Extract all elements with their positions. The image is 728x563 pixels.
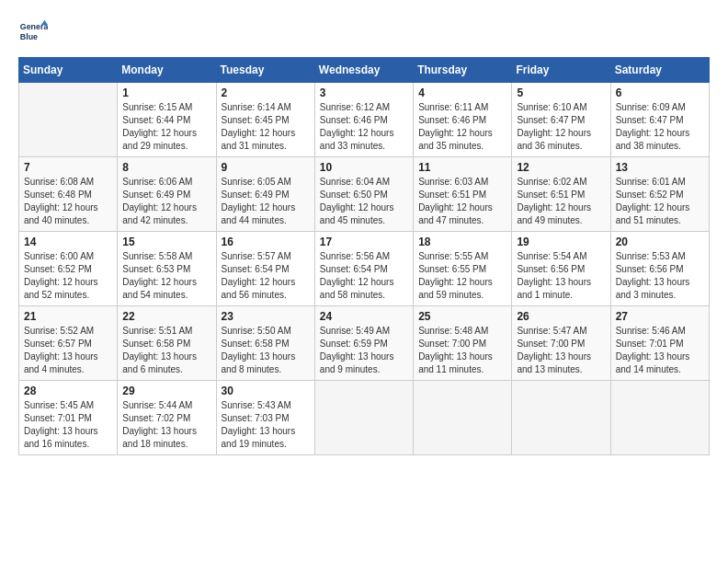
calendar-cell	[414, 381, 512, 455]
calendar-header-row: SundayMondayTuesdayWednesdayThursdayFrid…	[19, 58, 710, 83]
day-info: Sunrise: 6:01 AMSunset: 6:52 PMDaylight:…	[616, 176, 704, 227]
calendar-cell: 23Sunrise: 5:50 AMSunset: 6:58 PMDayligh…	[216, 306, 314, 381]
logo: General Blue	[18, 18, 51, 48]
day-info: Sunrise: 5:53 AMSunset: 6:56 PMDaylight:…	[616, 250, 704, 302]
calendar-cell: 26Sunrise: 5:47 AMSunset: 7:00 PMDayligh…	[512, 306, 610, 381]
day-info: Sunrise: 6:14 AMSunset: 6:45 PMDaylight:…	[222, 101, 310, 153]
calendar-cell	[314, 381, 413, 455]
day-info: Sunrise: 5:46 AMSunset: 7:01 PMDaylight:…	[616, 325, 704, 376]
day-number: 8	[122, 161, 210, 174]
calendar-cell: 3Sunrise: 6:12 AMSunset: 6:46 PMDaylight…	[314, 83, 413, 157]
calendar-cell	[19, 83, 118, 157]
header-saturday: Saturday	[610, 58, 709, 83]
day-info: Sunrise: 5:45 AMSunset: 7:01 PMDaylight:…	[24, 399, 112, 451]
day-info: Sunrise: 6:12 AMSunset: 6:46 PMDaylight:…	[320, 101, 408, 153]
day-number: 18	[418, 236, 506, 248]
day-info: Sunrise: 6:00 AMSunset: 6:52 PMDaylight:…	[24, 250, 112, 302]
calendar-cell: 20Sunrise: 5:53 AMSunset: 6:56 PMDayligh…	[610, 232, 709, 306]
day-number: 23	[222, 310, 310, 323]
day-info: Sunrise: 5:49 AMSunset: 6:59 PMDaylight:…	[320, 325, 408, 376]
day-number: 9	[222, 161, 310, 174]
day-number: 25	[418, 310, 506, 323]
day-number: 5	[517, 86, 605, 99]
calendar-cell: 10Sunrise: 6:04 AMSunset: 6:50 PMDayligh…	[314, 157, 413, 232]
calendar-week-row: 7Sunrise: 6:08 AMSunset: 6:48 PMDaylight…	[19, 157, 710, 232]
calendar-cell: 7Sunrise: 6:08 AMSunset: 6:48 PMDaylight…	[19, 157, 118, 232]
day-info: Sunrise: 5:47 AMSunset: 7:00 PMDaylight:…	[517, 325, 605, 376]
calendar-cell: 22Sunrise: 5:51 AMSunset: 6:58 PMDayligh…	[118, 306, 216, 381]
calendar-cell: 1Sunrise: 6:15 AMSunset: 6:44 PMDaylight…	[118, 83, 216, 157]
day-number: 13	[616, 161, 704, 174]
calendar-cell: 29Sunrise: 5:44 AMSunset: 7:02 PMDayligh…	[118, 381, 216, 455]
day-number: 7	[24, 161, 112, 174]
calendar-cell: 19Sunrise: 5:54 AMSunset: 6:56 PMDayligh…	[512, 232, 610, 306]
calendar-cell: 2Sunrise: 6:14 AMSunset: 6:45 PMDaylight…	[216, 83, 314, 157]
day-info: Sunrise: 6:15 AMSunset: 6:44 PMDaylight:…	[122, 101, 210, 153]
day-info: Sunrise: 6:05 AMSunset: 6:49 PMDaylight:…	[222, 176, 310, 227]
day-number: 6	[616, 86, 704, 99]
calendar-cell: 13Sunrise: 6:01 AMSunset: 6:52 PMDayligh…	[610, 157, 709, 232]
calendar-cell: 9Sunrise: 6:05 AMSunset: 6:49 PMDaylight…	[216, 157, 314, 232]
day-info: Sunrise: 5:50 AMSunset: 6:58 PMDaylight:…	[222, 325, 310, 376]
day-info: Sunrise: 5:52 AMSunset: 6:57 PMDaylight:…	[24, 325, 112, 376]
calendar-week-row: 14Sunrise: 6:00 AMSunset: 6:52 PMDayligh…	[19, 232, 710, 306]
day-info: Sunrise: 5:57 AMSunset: 6:54 PMDaylight:…	[222, 250, 310, 302]
calendar-week-row: 1Sunrise: 6:15 AMSunset: 6:44 PMDaylight…	[19, 83, 710, 157]
day-number: 26	[517, 310, 605, 323]
day-number: 20	[616, 236, 704, 248]
calendar-cell: 17Sunrise: 5:56 AMSunset: 6:54 PMDayligh…	[314, 232, 413, 306]
day-info: Sunrise: 5:51 AMSunset: 6:58 PMDaylight:…	[122, 325, 210, 376]
header-friday: Friday	[512, 58, 610, 83]
day-number: 1	[122, 86, 210, 99]
calendar-cell: 15Sunrise: 5:58 AMSunset: 6:53 PMDayligh…	[118, 232, 216, 306]
day-info: Sunrise: 6:09 AMSunset: 6:47 PMDaylight:…	[616, 101, 704, 153]
calendar-cell: 21Sunrise: 5:52 AMSunset: 6:57 PMDayligh…	[19, 306, 118, 381]
logo-icon: General Blue	[18, 18, 48, 48]
day-number: 28	[24, 385, 112, 397]
day-number: 10	[320, 161, 408, 174]
calendar-cell: 27Sunrise: 5:46 AMSunset: 7:01 PMDayligh…	[610, 306, 709, 381]
day-info: Sunrise: 6:11 AMSunset: 6:46 PMDaylight:…	[418, 101, 506, 153]
day-info: Sunrise: 5:44 AMSunset: 7:02 PMDaylight:…	[122, 399, 210, 451]
page-header: General Blue	[18, 18, 710, 48]
calendar-cell	[512, 381, 610, 455]
day-number: 30	[222, 385, 310, 397]
calendar-cell: 24Sunrise: 5:49 AMSunset: 6:59 PMDayligh…	[314, 306, 413, 381]
day-number: 15	[122, 236, 210, 248]
day-number: 4	[418, 86, 506, 99]
svg-text:Blue: Blue	[20, 32, 38, 41]
day-number: 16	[222, 236, 310, 248]
day-info: Sunrise: 6:03 AMSunset: 6:51 PMDaylight:…	[418, 176, 506, 227]
day-info: Sunrise: 5:43 AMSunset: 7:03 PMDaylight:…	[222, 399, 310, 451]
day-info: Sunrise: 5:56 AMSunset: 6:54 PMDaylight:…	[320, 250, 408, 302]
header-monday: Monday	[118, 58, 216, 83]
day-number: 12	[517, 161, 605, 174]
calendar-cell: 25Sunrise: 5:48 AMSunset: 7:00 PMDayligh…	[414, 306, 512, 381]
calendar-cell: 8Sunrise: 6:06 AMSunset: 6:49 PMDaylight…	[118, 157, 216, 232]
calendar-week-row: 28Sunrise: 5:45 AMSunset: 7:01 PMDayligh…	[19, 381, 710, 455]
calendar-cell: 14Sunrise: 6:00 AMSunset: 6:52 PMDayligh…	[19, 232, 118, 306]
day-info: Sunrise: 6:04 AMSunset: 6:50 PMDaylight:…	[320, 176, 408, 227]
day-number: 19	[517, 236, 605, 248]
calendar-cell: 11Sunrise: 6:03 AMSunset: 6:51 PMDayligh…	[414, 157, 512, 232]
day-info: Sunrise: 5:55 AMSunset: 6:55 PMDaylight:…	[418, 250, 506, 302]
day-number: 11	[418, 161, 506, 174]
day-number: 21	[24, 310, 112, 323]
calendar-cell: 6Sunrise: 6:09 AMSunset: 6:47 PMDaylight…	[610, 83, 709, 157]
calendar-cell: 12Sunrise: 6:02 AMSunset: 6:51 PMDayligh…	[512, 157, 610, 232]
day-info: Sunrise: 5:58 AMSunset: 6:53 PMDaylight:…	[122, 250, 210, 302]
day-number: 2	[222, 86, 310, 99]
calendar-table: SundayMondayTuesdayWednesdayThursdayFrid…	[18, 57, 710, 455]
day-info: Sunrise: 6:02 AMSunset: 6:51 PMDaylight:…	[517, 176, 605, 227]
day-number: 29	[122, 385, 210, 397]
day-number: 17	[320, 236, 408, 248]
calendar-cell: 28Sunrise: 5:45 AMSunset: 7:01 PMDayligh…	[19, 381, 118, 455]
calendar-week-row: 21Sunrise: 5:52 AMSunset: 6:57 PMDayligh…	[19, 306, 710, 381]
header-sunday: Sunday	[19, 58, 118, 83]
day-info: Sunrise: 5:48 AMSunset: 7:00 PMDaylight:…	[418, 325, 506, 376]
header-tuesday: Tuesday	[216, 58, 314, 83]
calendar-cell	[610, 381, 709, 455]
calendar-cell: 16Sunrise: 5:57 AMSunset: 6:54 PMDayligh…	[216, 232, 314, 306]
day-number: 14	[24, 236, 112, 248]
day-number: 22	[122, 310, 210, 323]
